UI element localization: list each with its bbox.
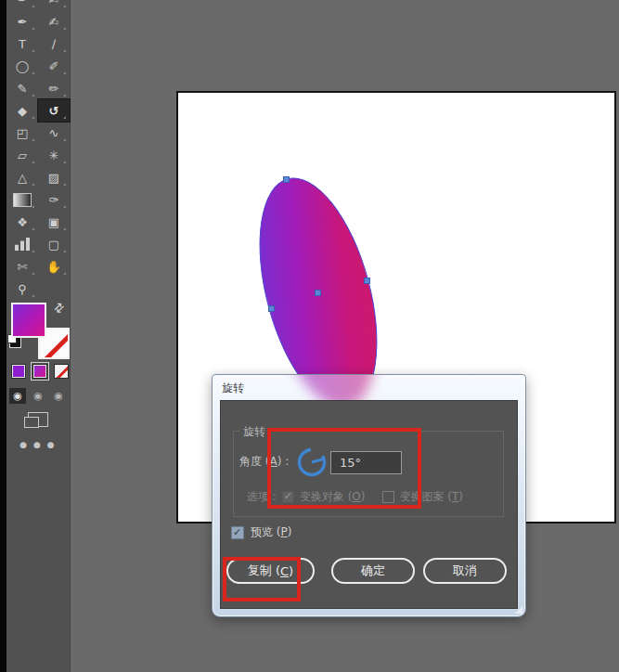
resize-grip[interactable] — [515, 606, 522, 614]
color-fill-button[interactable] — [11, 364, 26, 379]
options-label: 选项 : — [247, 489, 277, 505]
transform-objects-checkbox[interactable] — [282, 491, 294, 503]
draw-behind-mode[interactable]: ◉ — [30, 388, 46, 404]
transform-patterns-label: 变换图案 (T) — [400, 489, 464, 505]
gradient-tool[interactable] — [6, 188, 38, 211]
anchor-point-center[interactable] — [315, 290, 321, 296]
angle-label: 角度 (A) : — [239, 454, 289, 470]
rotate-dialog: 旋转 旋转 角度 (A) : 选项 : 变换对象 (O) 变换图案 (T) 预览… — [212, 374, 526, 617]
dialog-title[interactable]: 旋转 — [222, 381, 244, 396]
screen-mode-button[interactable] — [28, 412, 48, 427]
preview-label-pre: 预览 ( — [251, 525, 281, 538]
perspective-grid-tool[interactable]: △ — [6, 166, 38, 188]
edit-toolbar-button[interactable]: ● ● ● — [6, 440, 70, 449]
type-tool[interactable]: T — [6, 32, 38, 55]
preview-label-key: P — [281, 525, 288, 538]
transform-objects-key: O — [352, 490, 360, 503]
tool-grid: ✒✍✒✍T∕◯✐✎✏◆↺◰∿▱✳△▨✑❖▣▢✄✋⚲ — [6, 0, 70, 300]
blend-tool[interactable]: ❖ — [6, 211, 38, 233]
cancel-button[interactable]: 取消 — [423, 558, 507, 584]
anchor-point-right[interactable] — [364, 278, 370, 284]
preview-checkbox[interactable] — [231, 526, 244, 539]
free-transform-tool[interactable]: ▱ — [6, 144, 38, 166]
copy-button-key: C — [280, 564, 289, 578]
ellipse-tool[interactable]: ◯ — [6, 55, 38, 77]
lasso-tool-partial[interactable]: ✍ — [38, 0, 70, 10]
swap-fill-stroke-icon[interactable]: ⇄ — [50, 299, 67, 316]
preview-label: 预览 (P) — [251, 524, 291, 540]
anchor-point-top[interactable] — [283, 176, 290, 183]
options-row: 选项 : 变换对象 (O) 变换图案 (T) — [247, 489, 463, 505]
symbol-sprayer-tool[interactable]: ▣ — [38, 211, 70, 233]
scale-tool[interactable]: ◰ — [6, 122, 38, 144]
copy-button-post: ) — [289, 564, 293, 578]
copy-button-pre: 复制 ( — [248, 562, 280, 579]
zoom-tool[interactable]: ⚲ — [6, 278, 38, 300]
preview-label-post: ) — [288, 525, 292, 538]
hand-tool[interactable]: ✋ — [38, 255, 70, 278]
draw-modes: ◉◉◉ — [9, 388, 67, 404]
dialog-body: 旋转 角度 (A) : 选项 : 变换对象 (O) 变换图案 (T) 预览 (P… — [220, 400, 518, 609]
artboard-tool[interactable]: ▢ — [38, 233, 70, 255]
none-fill-button[interactable] — [54, 364, 69, 379]
curvature-tool[interactable]: ✍ — [38, 10, 70, 32]
width-tool[interactable]: ∿ — [38, 122, 70, 144]
angle-input[interactable] — [330, 451, 402, 474]
transform-patterns-post: ) — [458, 490, 463, 503]
column-graph-tool[interactable] — [6, 233, 38, 255]
shaper-tool[interactable]: ✏ — [38, 77, 70, 99]
draw-normal-mode[interactable]: ◉ — [9, 388, 26, 404]
pencil-tool[interactable]: ✎ — [6, 77, 38, 99]
rotate-tool[interactable]: ↺ — [38, 99, 70, 122]
gradient-fill-button[interactable] — [32, 364, 47, 379]
transform-patterns-checkbox[interactable] — [382, 491, 394, 503]
preview-row: 预览 (P) — [231, 524, 291, 540]
transform-objects-post: ) — [361, 490, 366, 503]
transform-objects-label: 变换对象 (O) — [300, 489, 366, 505]
rotate-group-label: 旋转 — [239, 424, 269, 440]
transform-objects-pre: 变换对象 ( — [300, 490, 353, 503]
eyedropper-tool[interactable]: ✑ — [38, 188, 70, 211]
add-anchor-point-tool[interactable]: ✒ — [6, 10, 38, 32]
angle-label-post: ) : — [277, 455, 290, 468]
color-buttons — [11, 364, 69, 379]
eraser-tool[interactable]: ◆ — [6, 99, 38, 122]
angle-label-pre: 角度 ( — [239, 455, 270, 468]
anchor-point-left[interactable] — [268, 305, 275, 312]
slice-tool[interactable]: ✄ — [6, 255, 38, 278]
draw-inside-mode[interactable]: ◉ — [50, 388, 67, 404]
window-edge — [0, 0, 6, 672]
fill-color-swatch[interactable] — [11, 303, 46, 338]
shape-builder-tool[interactable]: ▨ — [38, 166, 70, 188]
pen-tool-partial[interactable]: ✒ — [6, 0, 38, 10]
angle-dial-icon[interactable] — [296, 446, 328, 478]
line-segment-tool[interactable]: ∕ — [38, 32, 70, 55]
paintbrush-tool[interactable]: ✐ — [38, 55, 70, 77]
ok-button[interactable]: 确定 — [331, 558, 415, 584]
puppet-warp-tool[interactable]: ✳ — [38, 144, 70, 166]
angle-label-key: A — [270, 455, 277, 468]
copy-button[interactable]: 复制 (C) — [226, 558, 315, 584]
transform-patterns-pre: 变换图案 ( — [400, 490, 453, 503]
tools-panel: ✒✍✒✍T∕◯✐✎✏◆↺◰∿▱✳△▨✑❖▣▢✄✋⚲ ⇄ ◉◉◉ ● ● ● — [6, 0, 71, 672]
